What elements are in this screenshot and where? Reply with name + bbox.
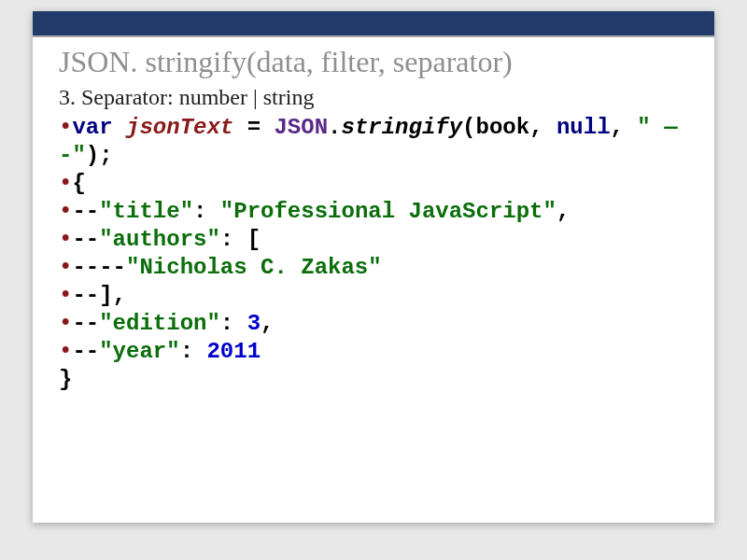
bullet-icon: • [59,227,72,252]
json-key-year: "year" [99,339,179,364]
keyword-var: var [72,115,112,140]
code-line-9: } [59,366,688,394]
json-value-title: "Professional JavaScript" [220,199,557,224]
code-line-4: •--"authors": [ [59,226,688,254]
slide: JSON. stringify(data, filter, separator)… [33,11,714,523]
bullet-icon: • [59,171,72,196]
json-value-author: "Nicholas C. Zakas" [126,255,382,280]
code-line-7: •--"edition": 3, [59,310,688,338]
code-line-1: •var jsonText = JSON.stringify(book, nul… [59,114,688,170]
bullet-icon: • [59,255,72,280]
json-key-authors: "authors" [99,227,220,252]
code-line-5: •----"Nicholas C. Zakas" [59,254,688,282]
slide-frame: JSON. stringify(data, filter, separator)… [0,0,747,560]
variable-name: jsonText [126,115,233,140]
function-name: stringify [341,115,462,140]
json-value-year: 2011 [206,339,261,364]
code-line-6: •--], [59,282,688,310]
code-line-3: •--"title": "Professional JavaScript", [59,198,688,226]
json-key-edition: "edition" [99,311,220,336]
keyword-null: null [557,115,611,140]
bullet-icon: • [59,199,72,224]
bullet-icon: • [59,339,72,364]
slide-subtitle: 3. Separator: number | string [59,85,688,110]
slide-top-bar [33,11,714,37]
code-line-8: •--"year": 2011 [59,338,688,366]
json-value-edition: 3 [247,311,261,336]
bullet-icon: • [59,115,72,140]
code-block: •var jsonText = JSON.stringify(book, nul… [59,114,688,394]
bullet-icon: • [59,311,72,336]
json-key-title: "title" [99,199,193,224]
code-line-2: •{ [59,170,688,198]
slide-content: JSON. stringify(data, filter, separator)… [33,37,714,394]
bullet-icon: • [59,283,72,308]
class-name: JSON [274,115,328,140]
slide-title: JSON. stringify(data, filter, separator) [59,45,688,79]
